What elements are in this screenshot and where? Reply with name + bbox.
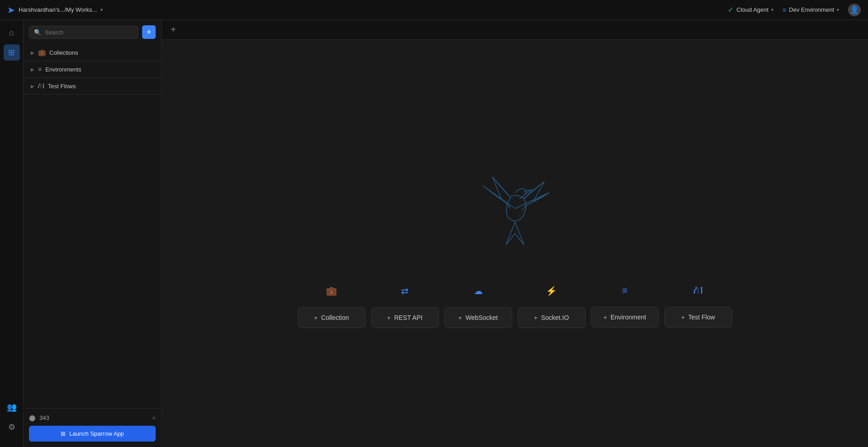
test-flow-top-icon: ⛙ bbox=[694, 285, 703, 296]
testflows-section: ▶ ⛙ Test Flows bbox=[24, 78, 161, 95]
testflows-label: Test Flows bbox=[48, 83, 76, 90]
rest-api-top-icon: ⇄ bbox=[401, 285, 409, 296]
socketio-action-button[interactable]: + Socket.IO bbox=[518, 307, 586, 328]
sidebar: 🔍 + ▶ 💼 Collections ▶ ≡ Environments bbox=[24, 20, 162, 447]
environments-chevron-icon: ▶ bbox=[31, 67, 34, 72]
nav-settings-item[interactable]: ⚙ bbox=[4, 419, 20, 435]
launch-sparrow-button[interactable]: ⊞ Launch Sparrow App bbox=[29, 426, 156, 442]
add-new-button[interactable]: + bbox=[142, 25, 156, 39]
socketio-top-icon: ⚡ bbox=[546, 285, 557, 296]
websocket-action-button[interactable]: + WebSocket bbox=[444, 307, 512, 328]
rest-api-action-label: REST API bbox=[394, 314, 423, 321]
nav-bottom: 👥 ⚙ bbox=[4, 399, 20, 442]
settings-icon: ⚙ bbox=[8, 422, 15, 432]
topbar-left: ➤ Harshvardhan's.../My Works... ▾ bbox=[7, 5, 103, 15]
dev-env-label: Dev Environment bbox=[789, 6, 834, 13]
websocket-plus-icon: + bbox=[458, 314, 462, 321]
environments-header[interactable]: ▶ ≡ Environments bbox=[24, 61, 161, 77]
socketio-action-wrap: ⚡ + Socket.IO bbox=[518, 285, 586, 328]
action-buttons: 💼 + Collection ⇄ + REST API ☁ bbox=[298, 285, 732, 328]
launch-sparrow-label: Launch Sparrow App bbox=[69, 430, 124, 437]
windows-icon: ⊞ bbox=[61, 430, 66, 437]
collections-header[interactable]: ▶ 💼 Collections bbox=[24, 44, 161, 61]
websocket-top-icon: ☁ bbox=[474, 285, 483, 296]
home-icon: ⌂ bbox=[9, 28, 14, 38]
collections-label: Collections bbox=[49, 49, 78, 56]
dev-env-dropdown-icon[interactable]: ▾ bbox=[837, 7, 839, 12]
user-avatar-icon: 👤 bbox=[850, 5, 859, 14]
cloud-agent-label: Cloud Agent bbox=[736, 6, 768, 13]
search-icon: 🔍 bbox=[34, 29, 41, 36]
rest-api-action-wrap: ⇄ + REST API bbox=[371, 285, 439, 328]
rest-api-plus-icon: + bbox=[387, 314, 391, 321]
github-icon: ⬤ bbox=[29, 414, 36, 421]
environments-layers-icon: ≡ bbox=[38, 66, 42, 73]
collections-briefcase-icon: 💼 bbox=[38, 49, 46, 56]
sidebar-search-area: 🔍 + bbox=[24, 20, 161, 43]
environments-section: ▶ ≡ Environments bbox=[24, 61, 161, 78]
environment-action-label: Environment bbox=[610, 314, 646, 321]
collection-action-wrap: 💼 + Collection bbox=[298, 285, 366, 328]
icon-nav: ⌂ ⊞ 👥 ⚙ bbox=[0, 20, 24, 447]
environment-action-button[interactable]: + Environment bbox=[591, 307, 659, 328]
search-input-wrap[interactable]: 🔍 bbox=[29, 26, 138, 39]
testflows-icon: ⛙ bbox=[38, 82, 44, 90]
user-avatar[interactable]: 👤 bbox=[848, 4, 861, 16]
topbar-right: ✓ Cloud Agent ▾ ≡ Dev Environment ▾ 👤 bbox=[728, 4, 861, 16]
environment-plus-icon: + bbox=[603, 314, 607, 321]
test-flow-plus-icon: + bbox=[681, 314, 685, 321]
environment-action-wrap: ≡ + Environment bbox=[591, 285, 659, 328]
nav-users-item[interactable]: 👥 bbox=[4, 399, 20, 415]
websocket-action-label: WebSocket bbox=[466, 314, 498, 321]
cloud-agent-dropdown-icon[interactable]: ▾ bbox=[771, 7, 773, 12]
nav-home-item[interactable]: ⌂ bbox=[4, 24, 20, 41]
dev-env-layers-icon: ≡ bbox=[782, 6, 786, 14]
test-flow-action-button[interactable]: + Test Flow bbox=[664, 307, 732, 328]
sidebar-bottom: ⬤ 343 « ⊞ Launch Sparrow App bbox=[24, 408, 161, 447]
sidebar-github: ⬤ 343 « bbox=[29, 414, 156, 421]
sparrow-bird-illustration bbox=[470, 159, 560, 258]
socketio-plus-icon: + bbox=[534, 314, 538, 321]
testflows-header[interactable]: ▶ ⛙ Test Flows bbox=[24, 78, 161, 94]
cloud-agent[interactable]: ✓ Cloud Agent ▾ bbox=[728, 5, 773, 14]
collapse-button[interactable]: « bbox=[152, 414, 156, 421]
workspace-dropdown-icon[interactable]: ▾ bbox=[100, 7, 103, 12]
dev-environment[interactable]: ≡ Dev Environment ▾ bbox=[782, 6, 839, 14]
collection-top-icon: 💼 bbox=[326, 285, 337, 296]
collection-plus-icon: + bbox=[314, 314, 318, 321]
grid-icon: ⊞ bbox=[8, 48, 15, 57]
topbar: ➤ Harshvardhan's.../My Works... ▾ ✓ Clou… bbox=[0, 0, 868, 20]
main-layout: ⌂ ⊞ 👥 ⚙ 🔍 + ▶ 💼 bbox=[0, 20, 868, 447]
nav-collections-item[interactable]: ⊞ bbox=[4, 44, 20, 61]
cloud-agent-check-icon: ✓ bbox=[728, 5, 734, 14]
collection-action-button[interactable]: + Collection bbox=[298, 307, 366, 328]
main-content: + bbox=[162, 20, 868, 447]
socketio-action-label: Socket.IO bbox=[541, 314, 569, 321]
test-flow-action-wrap: ⛙ + Test Flow bbox=[664, 285, 732, 328]
rest-api-action-button[interactable]: + REST API bbox=[371, 307, 439, 328]
sidebar-nav: ▶ 💼 Collections ▶ ≡ Environments ▶ ⛙ Tes… bbox=[24, 43, 161, 408]
add-tab-button[interactable]: + bbox=[167, 23, 180, 37]
workspace-name[interactable]: Harshvardhan's.../My Works... bbox=[19, 6, 97, 13]
collections-chevron-icon: ▶ bbox=[31, 50, 34, 55]
collections-section: ▶ 💼 Collections bbox=[24, 44, 161, 61]
search-input[interactable] bbox=[45, 29, 134, 36]
collection-action-label: Collection bbox=[321, 314, 349, 321]
test-flow-action-label: Test Flow bbox=[688, 314, 715, 321]
environment-top-icon: ≡ bbox=[622, 285, 628, 296]
testflows-chevron-icon: ▶ bbox=[31, 84, 34, 89]
github-count: 343 bbox=[39, 414, 49, 421]
users-icon: 👥 bbox=[7, 402, 17, 412]
tabs-bar: + bbox=[162, 20, 868, 40]
empty-area: 💼 + Collection ⇄ + REST API ☁ bbox=[162, 40, 868, 447]
websocket-action-wrap: ☁ + WebSocket bbox=[444, 285, 512, 328]
sparrow-logo-icon: ➤ bbox=[7, 5, 15, 15]
environments-label: Environments bbox=[45, 66, 81, 73]
